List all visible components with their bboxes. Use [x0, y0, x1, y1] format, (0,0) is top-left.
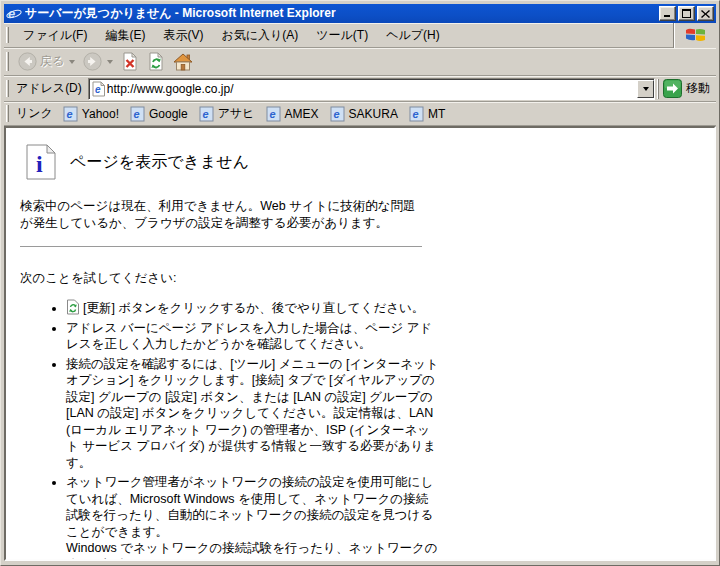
- suggestion-connection: 接続の設定を確認するには、[ツール] メニューの [インターネット オプション]…: [66, 356, 440, 472]
- link-item-asahi[interactable]: e アサヒ: [197, 105, 264, 122]
- links-bar: リンク e Yahoo! e Google e アサヒ e AMEX e SAK…: [4, 102, 716, 126]
- divider: [20, 246, 422, 248]
- address-combobox: e: [88, 78, 655, 100]
- forward-icon: [83, 52, 102, 71]
- svg-text:e: e: [95, 84, 101, 95]
- back-icon: [18, 52, 37, 71]
- address-bar: アドレス(D) e 移動: [4, 76, 716, 102]
- ie-page-icon: e: [266, 106, 281, 122]
- refresh-button[interactable]: [143, 49, 169, 74]
- menu-file[interactable]: ファイル(F): [14, 24, 96, 47]
- back-label: 戻る: [40, 53, 64, 70]
- home-button[interactable]: [169, 49, 197, 74]
- ie-page-icon: e: [63, 106, 78, 122]
- back-button[interactable]: 戻る: [14, 49, 68, 74]
- svg-text:e: e: [134, 108, 140, 120]
- menu-edit[interactable]: 編集(E): [96, 24, 154, 47]
- ie-page-icon: e: [130, 106, 145, 122]
- refresh-small-icon: [66, 299, 80, 315]
- suggestion-address: アドレス バーにページ アドレスを入力した場合は、ページ アドレスを正しく入力し…: [66, 320, 440, 353]
- links-label: リンク: [14, 105, 61, 122]
- ie-page-icon: e: [330, 106, 345, 122]
- link-item-yahoo[interactable]: e Yahoo!: [61, 106, 128, 122]
- info-page-icon: i: [26, 144, 56, 180]
- link-label: Google: [149, 107, 188, 121]
- link-item-mt[interactable]: e MT: [407, 106, 454, 122]
- refresh-icon: [147, 52, 165, 71]
- link-item-sakura[interactable]: e SAKURA: [328, 106, 407, 122]
- browser-window: e サーバーが見つかりません - Microsoft Internet Expl…: [0, 0, 720, 566]
- address-dropdown-button[interactable]: [637, 80, 654, 98]
- ie-page-icon: e: [409, 106, 424, 122]
- link-label: アサヒ: [218, 105, 255, 122]
- home-icon: [173, 52, 193, 71]
- svg-text:e: e: [269, 108, 275, 120]
- stop-icon: [121, 52, 139, 71]
- menu-view[interactable]: 表示(V): [154, 24, 212, 47]
- svg-text:e: e: [333, 108, 339, 120]
- menu-bar: ファイル(F) 編集(E) 表示(V) お気に入り(A) ツール(T) ヘルプ(…: [4, 23, 716, 48]
- minimize-button[interactable]: [659, 6, 676, 21]
- link-label: AMEX: [285, 107, 319, 121]
- svg-text:i: i: [36, 151, 43, 177]
- menu-help[interactable]: ヘルプ(H): [377, 24, 449, 47]
- menu-favorites[interactable]: お気に入り(A): [212, 24, 307, 47]
- page-content: i ページを表示できません 検索中のページは現在、利用できません。Web サイト…: [4, 126, 716, 561]
- toolbar: 戻る: [4, 48, 716, 76]
- maximize-icon: [682, 9, 691, 18]
- link-label: Yahoo!: [82, 107, 119, 121]
- address-input[interactable]: [107, 80, 637, 98]
- close-icon: [701, 10, 710, 18]
- forward-dropdown-icon[interactable]: [107, 60, 113, 64]
- link-item-amex[interactable]: e AMEX: [264, 106, 328, 122]
- svg-text:e: e: [412, 108, 418, 120]
- suggestion-text: [更新] ボタンをクリックするか、後でやり直してください。: [83, 301, 424, 315]
- network-paragraph-1: ネットワーク管理者がネットワークの接続の設定を使用可能にしていれば、Micros…: [66, 474, 440, 540]
- address-label: アドレス(D): [14, 80, 88, 97]
- suggestions-title: 次のことを試してください:: [20, 270, 700, 287]
- window-title: サーバーが見つかりません - Microsoft Internet Explor…: [25, 5, 659, 22]
- go-button[interactable]: 移動: [658, 79, 716, 99]
- menu-tools[interactable]: ツール(T): [307, 24, 377, 47]
- error-intro: 検索中のページは現在、利用できません。Web サイトに技術的な問題が発生している…: [20, 198, 422, 232]
- page-ie-icon: e: [91, 81, 107, 97]
- go-label: 移動: [686, 80, 710, 97]
- menu-grip[interactable]: [6, 27, 9, 44]
- ie-page-icon: e: [199, 106, 214, 122]
- go-arrow-icon: [663, 79, 682, 98]
- network-paragraph-2: Windows でネットワークの接続試験を行ったり、ネットワークの接続の設定を見…: [66, 540, 440, 561]
- svg-text:e: e: [66, 108, 72, 120]
- suggestion-text: 接続の設定を確認するには、[ツール] メニューの [インターネット オプション]…: [66, 357, 439, 470]
- minimize-icon: [664, 10, 672, 17]
- back-dropdown-icon[interactable]: [69, 60, 75, 64]
- ie-logo-icon: e: [6, 6, 22, 21]
- suggestion-network: ネットワーク管理者がネットワークの接続の設定を使用可能にしていれば、Micros…: [66, 474, 440, 561]
- links-grip[interactable]: [6, 105, 9, 121]
- stop-button[interactable]: [117, 49, 143, 74]
- toolbar-grip[interactable]: [6, 52, 9, 71]
- windows-logo-icon: [674, 23, 716, 48]
- error-heading: ページを表示できません: [70, 152, 249, 173]
- forward-button[interactable]: [79, 49, 106, 74]
- maximize-button[interactable]: [678, 6, 695, 21]
- suggestion-text: アドレス バーにページ アドレスを入力した場合は、ページ アドレスを正しく入力し…: [66, 321, 432, 352]
- suggestions-list: [更新] ボタンをクリックするか、後でやり直してください。 アドレス バーにペー…: [20, 299, 440, 561]
- titlebar[interactable]: e サーバーが見つかりません - Microsoft Internet Expl…: [4, 4, 716, 23]
- address-grip[interactable]: [6, 80, 9, 98]
- close-button[interactable]: [697, 6, 714, 21]
- link-label: SAKURA: [349, 107, 398, 121]
- link-label: MT: [428, 107, 445, 121]
- suggestion-refresh: [更新] ボタンをクリックするか、後でやり直してください。: [66, 299, 440, 317]
- link-item-google[interactable]: e Google: [128, 106, 197, 122]
- svg-text:e: e: [202, 108, 208, 120]
